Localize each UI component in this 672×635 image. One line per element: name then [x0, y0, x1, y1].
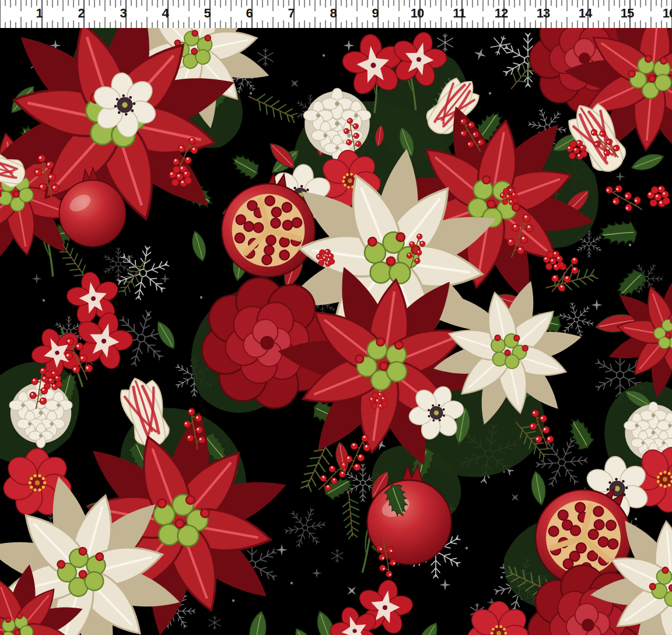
ruler-inch-number: 1 [36, 6, 42, 21]
snow-dot [635, 518, 637, 520]
ruler-inch-number: 15 [621, 6, 634, 21]
ruler-inch-number: 14 [579, 6, 592, 21]
snow-dot [43, 299, 45, 301]
ruler-inch-number: 2 [78, 6, 84, 21]
ruler-inch-number: 3 [120, 6, 126, 21]
ruler-inch-number: 5 [204, 6, 210, 21]
measuring-ruler: 12345678910111213141516 [0, 0, 672, 28]
snow-dot [629, 244, 631, 246]
ruler-inch-number: 12 [495, 6, 508, 21]
ruler-inch-number: 13 [537, 6, 550, 21]
snow-dot [290, 582, 293, 584]
ruler-inch-number: 7 [288, 6, 294, 21]
ruler-inch-number: 9 [372, 6, 378, 21]
ruler-inch-number: 11 [453, 6, 465, 21]
snow-dot [489, 92, 491, 94]
snow-dot [466, 547, 468, 549]
snow-dot [232, 599, 235, 602]
ruler-inch-number: 10 [411, 6, 424, 21]
fabric-print-christmas-floral [0, 28, 672, 635]
ruler-inch-number: 16 [663, 6, 672, 21]
ruler-inch-number: 4 [162, 6, 168, 21]
snow-dot [501, 576, 503, 578]
ruler-inch-number: 8 [330, 6, 336, 21]
ruler-inch-number: 6 [246, 6, 252, 21]
snow-dot [250, 92, 252, 94]
fabric-swatch-photo: 12345678910111213141516 [0, 0, 672, 635]
snow-dot [200, 296, 202, 299]
snow-dot [323, 54, 325, 57]
snow-dot [148, 314, 150, 316]
